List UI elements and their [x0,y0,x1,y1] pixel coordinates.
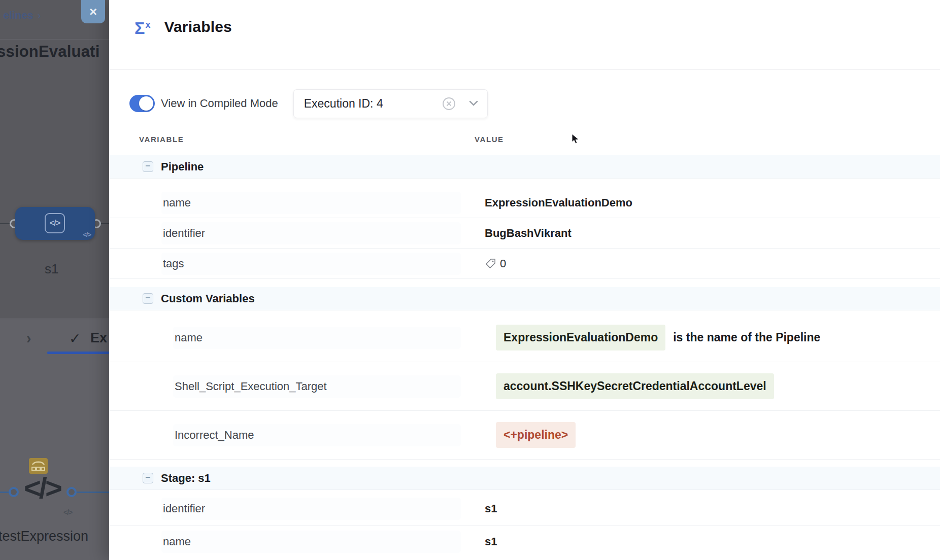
step-connector-line [77,492,109,493]
code-mini-icon: </> [63,508,72,516]
controls-row: View in Compiled Mode Execution ID: 4 [109,69,940,118]
breadcrumb-chevron-icon: › [38,9,41,21]
variable-value: ExpressionEvaluationDemo [485,196,632,209]
value-suffix: is the name of the Pipeline [673,331,820,344]
execution-tabbar: › ✓ Ex [0,319,109,560]
check-icon: ✓ [69,330,81,347]
tab-execution[interactable]: Ex [90,330,107,346]
section-title: Stage: s1 [161,472,211,485]
tag-icon [485,258,496,269]
variables-sigma-icon: Σx [135,19,150,37]
variable-name-label: tags [161,253,461,275]
drawer-close-button[interactable]: × [81,0,105,23]
unresolved-value-chip: <+pipeline> [496,422,576,448]
breadcrumb-text[interactable]: elines [3,9,33,21]
custom-stage-icon: </> [45,213,65,233]
table-row: identifier BugBashVikrant [109,218,940,249]
variable-name-label: Shell_Script_Execution_Target [173,375,461,398]
collapse-chevron-icon[interactable]: › [26,329,31,348]
variable-name-label: name [173,327,461,349]
step-port [66,487,77,497]
code-mini-icon: </> [83,231,91,238]
variables-table: VARIABLE VALUE − Pipeline name Expressio… [109,130,940,558]
table-header-row: VARIABLE VALUE [109,130,940,148]
variable-value: BugBashVikrant [485,227,572,240]
column-header-variable: VARIABLE [109,135,472,144]
step-port [9,487,19,497]
panel-header: Σx Variables [109,0,940,69]
dimmed-pipeline-backdrop: elines› ssionEvaluati </> </> s1 › ✓ Ex … [0,0,109,560]
collapse-minus-icon[interactable]: − [143,161,153,172]
table-row: identifier s1 [109,492,940,526]
resolved-value-chip: account.SSHKeySecretCredentialAccountLev… [496,373,774,399]
variable-value: s1 [485,535,497,548]
table-row: name ExpressionEvaluationDemo is the nam… [109,313,940,362]
panel-title: Variables [164,18,232,36]
shell-script-step-icon[interactable]: </> [24,471,60,505]
clear-selection-icon[interactable] [442,97,456,111]
section-header-custom-variables[interactable]: − Custom Variables [109,287,940,310]
variable-name-label: name [161,192,461,214]
table-row: Shell_Script_Execution_Target account.SS… [109,362,940,411]
node-connector-line [100,223,109,224]
panel-body: View in Compiled Mode Execution ID: 4 VA… [109,69,940,560]
section-title: Custom Variables [161,292,255,305]
step-label: testExpression [0,529,88,544]
column-header-value: VALUE [472,135,504,144]
active-tab-indicator [47,352,109,354]
section-header-pipeline[interactable]: − Pipeline [109,155,940,179]
node-connector-line [0,223,10,224]
breadcrumb[interactable]: elines› [3,9,41,21]
section-title: Pipeline [161,160,204,173]
toolbar-divider [0,39,109,40]
table-row: tags 0 [109,249,940,279]
section-header-stage-s1[interactable]: − Stage: s1 [109,467,940,490]
variables-panel: Σx Variables View in Compiled Mode Execu… [109,0,940,560]
variable-name-label: Incorrect_Name [173,424,461,446]
execution-id-value: Execution ID: 4 [304,97,383,111]
table-row: name ExpressionEvaluationDemo [109,188,940,218]
stage-node[interactable]: </> </> [15,207,95,240]
pipeline-page-title: ssionEvaluati [0,43,99,61]
close-icon: × [89,5,97,18]
variable-name-label: identifier [161,498,461,520]
table-row: name s1 [109,526,940,558]
execution-id-dropdown[interactable]: Execution ID: 4 [293,89,488,118]
variable-name-label: identifier [161,222,461,244]
variable-value: s1 [485,502,497,515]
compiled-mode-toggle[interactable] [129,95,155,112]
variable-name-label: name [161,531,461,553]
step-connector-line [0,492,9,493]
stage-node-label: s1 [45,261,58,277]
table-row: Incorrect_Name <+pipeline> [109,411,940,460]
collapse-minus-icon[interactable]: − [143,293,153,304]
chevron-down-icon[interactable] [469,100,478,107]
mouse-cursor [571,133,580,145]
resolved-value-chip: ExpressionEvaluationDemo [496,325,665,351]
compiled-mode-label: View in Compiled Mode [161,97,278,110]
screen: elines› ssionEvaluati </> </> s1 › ✓ Ex … [0,0,940,560]
tags-value: 0 [485,257,506,270]
collapse-minus-icon[interactable]: − [143,473,153,483]
toggle-knob [139,96,153,111]
